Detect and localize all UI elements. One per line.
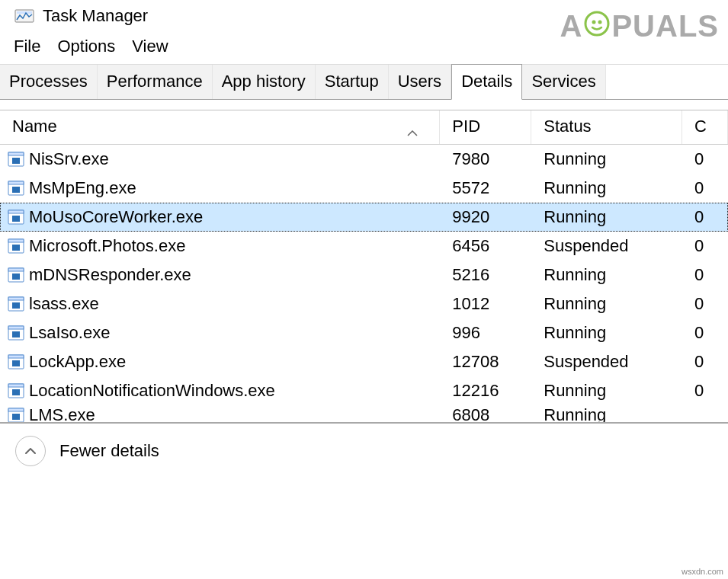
svg-rect-21 bbox=[8, 297, 24, 300]
process-icon bbox=[8, 267, 24, 283]
tab-processes[interactable]: Processes bbox=[0, 65, 98, 99]
process-pid: 5572 bbox=[440, 178, 531, 198]
menu-view[interactable]: View bbox=[132, 37, 168, 56]
table-row[interactable]: lsass.exe1012Running0 bbox=[0, 290, 728, 318]
process-name: LockApp.exe bbox=[29, 352, 126, 372]
process-c4: 0 bbox=[682, 323, 728, 343]
menu-options[interactable]: Options bbox=[57, 37, 115, 56]
svg-rect-7 bbox=[12, 158, 20, 164]
column-headers: Name PID Status C bbox=[0, 110, 728, 145]
table-body: NisSrv.exe7980Running0 MsMpEng.exe5572Ru… bbox=[0, 145, 728, 422]
process-name: lsass.exe bbox=[29, 294, 99, 314]
process-c4: 0 bbox=[682, 207, 728, 227]
table-row[interactable]: MsMpEng.exe5572Running0 bbox=[0, 174, 728, 203]
svg-rect-31 bbox=[12, 389, 20, 395]
process-name: mDNSResponder.exe bbox=[29, 265, 191, 285]
process-status: Running bbox=[531, 405, 682, 422]
tab-services[interactable]: Services bbox=[522, 65, 605, 99]
process-c4: 0 bbox=[682, 178, 728, 198]
process-status: Running bbox=[531, 178, 682, 198]
tab-details[interactable]: Details bbox=[451, 64, 522, 100]
tab-performance[interactable]: Performance bbox=[98, 65, 213, 99]
process-status: Running bbox=[531, 207, 682, 227]
svg-rect-12 bbox=[8, 210, 24, 213]
fewer-details-button[interactable] bbox=[15, 436, 46, 466]
process-name: Microsoft.Photos.exe bbox=[29, 236, 185, 256]
table-row[interactable]: MoUsoCoreWorker.exe9920Running0 bbox=[0, 203, 728, 232]
process-status: Running bbox=[531, 381, 682, 401]
column-name[interactable]: Name bbox=[0, 110, 440, 144]
chevron-up-icon bbox=[24, 447, 37, 455]
process-status: Suspended bbox=[531, 236, 682, 256]
footer: Fewer details bbox=[0, 424, 728, 478]
process-status: Suspended bbox=[531, 352, 682, 372]
svg-rect-6 bbox=[8, 152, 24, 155]
details-table: Name PID Status C NisSrv.exe7980Running0… bbox=[0, 110, 728, 422]
watermark-logo: A PUALS bbox=[560, 9, 719, 43]
svg-rect-18 bbox=[8, 268, 24, 271]
process-icon bbox=[8, 296, 24, 312]
table-row[interactable]: LsaIso.exe996Running0 bbox=[0, 318, 728, 347]
table-row[interactable]: Microsoft.Photos.exe6456Suspended0 bbox=[0, 232, 728, 261]
svg-rect-10 bbox=[12, 187, 20, 193]
fewer-details-label: Fewer details bbox=[59, 441, 159, 461]
process-status: Running bbox=[531, 149, 682, 169]
table-row[interactable]: mDNSResponder.exe5216Running0 bbox=[0, 261, 728, 290]
process-status: Running bbox=[531, 294, 682, 314]
process-name: MsMpEng.exe bbox=[29, 178, 136, 198]
process-name: LocationNotificationWindows.exe bbox=[29, 381, 275, 401]
window-title: Task Manager bbox=[43, 6, 148, 26]
svg-rect-24 bbox=[8, 326, 24, 329]
tab-startup[interactable]: Startup bbox=[316, 65, 389, 99]
svg-rect-13 bbox=[12, 216, 20, 222]
process-pid: 6456 bbox=[440, 236, 531, 256]
process-c4: 0 bbox=[682, 265, 728, 285]
menu-file[interactable]: File bbox=[14, 37, 40, 56]
table-row[interactable]: LMS.exe6808Running bbox=[0, 405, 728, 422]
process-icon bbox=[8, 151, 24, 168]
process-status: Running bbox=[531, 323, 682, 343]
process-pid: 5216 bbox=[440, 265, 531, 285]
sort-indicator-icon bbox=[407, 121, 418, 141]
svg-rect-33 bbox=[8, 408, 24, 411]
tab-app-history[interactable]: App history bbox=[213, 65, 316, 99]
process-pid: 7980 bbox=[440, 149, 531, 169]
process-name: MoUsoCoreWorker.exe bbox=[29, 207, 203, 227]
table-row[interactable]: LocationNotificationWindows.exe12216Runn… bbox=[0, 376, 728, 405]
process-name: LMS.exe bbox=[29, 405, 95, 422]
column-extra[interactable]: C bbox=[682, 110, 728, 144]
tab-users[interactable]: Users bbox=[389, 65, 451, 99]
app-icon bbox=[14, 8, 35, 24]
process-c4: 0 bbox=[682, 149, 728, 169]
table-row[interactable]: NisSrv.exe7980Running0 bbox=[0, 145, 728, 174]
process-c4: 0 bbox=[682, 236, 728, 256]
process-icon bbox=[8, 407, 24, 422]
table-row[interactable]: LockApp.exe12708Suspended0 bbox=[0, 347, 728, 376]
svg-point-1 bbox=[592, 21, 596, 24]
svg-rect-19 bbox=[12, 274, 20, 280]
svg-rect-28 bbox=[12, 360, 20, 366]
process-icon bbox=[8, 209, 24, 226]
svg-rect-30 bbox=[8, 384, 24, 387]
process-icon bbox=[8, 382, 24, 399]
process-name: NisSrv.exe bbox=[29, 149, 109, 169]
column-pid[interactable]: PID bbox=[440, 110, 531, 144]
process-pid: 9920 bbox=[440, 207, 531, 227]
svg-rect-22 bbox=[12, 302, 20, 309]
svg-rect-34 bbox=[12, 414, 20, 420]
process-icon bbox=[8, 325, 24, 341]
process-icon bbox=[8, 238, 24, 254]
tab-bar: Processes Performance App history Startu… bbox=[0, 64, 728, 100]
svg-point-0 bbox=[585, 12, 608, 35]
process-name: LsaIso.exe bbox=[29, 323, 110, 343]
svg-rect-9 bbox=[8, 181, 24, 184]
process-pid: 6808 bbox=[440, 405, 531, 422]
attribution: wsxdn.com bbox=[681, 567, 723, 576]
process-pid: 12216 bbox=[440, 381, 531, 401]
svg-rect-25 bbox=[12, 331, 20, 337]
svg-rect-4 bbox=[17, 11, 32, 14]
process-c4: 0 bbox=[682, 352, 728, 372]
tab-content-gap bbox=[0, 100, 728, 110]
process-c4: 0 bbox=[682, 294, 728, 314]
column-status[interactable]: Status bbox=[531, 110, 682, 144]
